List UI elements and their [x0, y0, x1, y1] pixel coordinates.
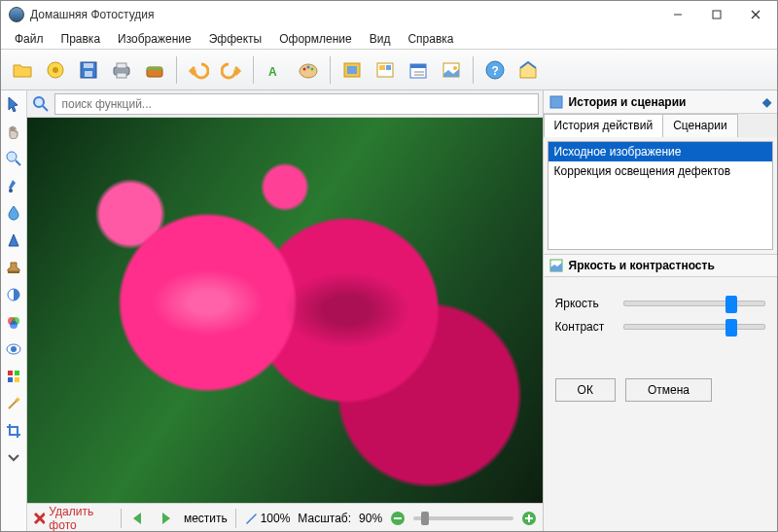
swatches-tool-icon[interactable]: [4, 367, 23, 386]
crop-tool-icon[interactable]: [4, 421, 23, 441]
history-item[interactable]: Коррекция освещения дефектов: [548, 161, 772, 181]
svg-point-29: [453, 66, 457, 70]
effects-page-icon[interactable]: [370, 55, 401, 85]
text-icon[interactable]: A: [260, 55, 291, 85]
svg-rect-10: [117, 63, 126, 68]
search-icon: [31, 94, 51, 114]
window-title: Домашняя Фотостудия: [30, 8, 658, 21]
gallery-icon[interactable]: [40, 55, 71, 85]
ok-button[interactable]: ОК: [555, 378, 616, 402]
ruler-icon: [244, 512, 258, 525]
delete-icon: [33, 512, 45, 525]
menu-effects[interactable]: Эффекты: [201, 30, 270, 48]
svg-rect-11: [117, 73, 126, 78]
menu-image[interactable]: Изображение: [110, 30, 199, 48]
next-arrow-icon[interactable]: [157, 511, 176, 526]
toolbar-separator: [176, 56, 177, 84]
svg-rect-1: [713, 11, 721, 18]
delete-photo-button[interactable]: Удалить фото: [33, 505, 113, 532]
menu-file[interactable]: Файл: [7, 30, 52, 48]
svg-text:A: A: [268, 65, 277, 79]
stamp-tool-icon[interactable]: [4, 258, 23, 277]
search-bar: [27, 90, 542, 118]
frame-icon[interactable]: [336, 55, 368, 85]
calendar-icon[interactable]: [403, 55, 434, 85]
eye-tool-icon[interactable]: [4, 339, 23, 359]
maximize-button[interactable]: [697, 2, 736, 27]
contrast-slider[interactable]: [623, 324, 765, 330]
svg-rect-45: [15, 377, 19, 382]
search-input[interactable]: [54, 93, 538, 115]
menu-view[interactable]: Вид: [362, 30, 399, 48]
left-toolbox: [1, 90, 27, 532]
brightness-panel-header: Яркость и контрастность: [544, 254, 777, 277]
close-button[interactable]: [736, 2, 775, 27]
undo-icon[interactable]: [183, 55, 214, 85]
svg-line-48: [43, 106, 48, 111]
help-icon[interactable]: ?: [479, 55, 511, 85]
history-panel-header: История и сценарии ◆: [544, 90, 777, 114]
collapse-icon[interactable]: ◆: [762, 95, 771, 109]
contrast-tool-icon[interactable]: [4, 285, 23, 304]
hand-tool-icon[interactable]: [4, 122, 23, 141]
svg-rect-13: [147, 67, 162, 70]
menu-help[interactable]: Справка: [400, 30, 461, 48]
minimize-button[interactable]: [658, 2, 697, 27]
svg-rect-35: [8, 271, 19, 273]
scale-label: Масштаб:: [298, 512, 351, 525]
svg-rect-56: [550, 96, 562, 108]
svg-line-33: [16, 160, 20, 165]
save-icon[interactable]: [73, 55, 104, 85]
zoom-slider[interactable]: [413, 516, 513, 520]
pointer-tool-icon[interactable]: [4, 94, 23, 114]
history-item[interactable]: Исходное изображение: [548, 142, 772, 161]
home-icon[interactable]: [513, 55, 544, 85]
brightness-label: Яркость: [555, 297, 614, 310]
svg-rect-25: [410, 64, 426, 68]
main-toolbar: A ?: [1, 50, 777, 90]
brush-tool-icon[interactable]: [4, 176, 23, 195]
svg-rect-20: [347, 66, 357, 74]
right-sidebar: История и сценарии ◆ История действий Сц…: [543, 90, 777, 532]
history-tabs: История действий Сценарии: [544, 114, 777, 137]
history-list[interactable]: Исходное изображение Коррекция освещения…: [548, 141, 773, 250]
toolbox-icon[interactable]: [139, 55, 170, 85]
print-icon[interactable]: [106, 55, 137, 85]
scale-value: 90%: [359, 512, 382, 525]
toolbar-separator: [473, 56, 474, 84]
toolbar-separator: [253, 56, 254, 84]
card-icon[interactable]: [436, 55, 467, 85]
prev-arrow-icon[interactable]: [129, 511, 149, 526]
rgb-tool-icon[interactable]: [4, 312, 23, 332]
app-icon: [9, 7, 24, 22]
svg-point-47: [34, 97, 44, 107]
drop-tool-icon[interactable]: [4, 203, 23, 223]
title-bar: Домашняя Фотостудия: [1, 1, 777, 28]
svg-point-16: [303, 67, 306, 70]
zoom-in-icon[interactable]: [521, 511, 537, 526]
redo-icon[interactable]: [216, 55, 247, 85]
brightness-slider[interactable]: [623, 301, 765, 306]
svg-rect-44: [8, 377, 13, 382]
palette-icon[interactable]: [293, 55, 324, 85]
svg-point-5: [53, 67, 58, 73]
shape-tool-icon[interactable]: [4, 231, 23, 250]
zoom-tool-icon[interactable]: [4, 149, 23, 168]
menu-design[interactable]: Оформление: [271, 30, 359, 48]
open-folder-icon[interactable]: [7, 55, 38, 85]
cancel-button[interactable]: Отмена: [625, 378, 712, 402]
contrast-label: Контраст: [555, 320, 614, 334]
menu-edit[interactable]: Правка: [53, 30, 109, 48]
svg-rect-7: [84, 63, 93, 68]
wand-tool-icon[interactable]: [4, 394, 23, 413]
svg-rect-8: [85, 71, 92, 77]
panel-icon: [549, 95, 563, 109]
tab-scenarios[interactable]: Сценарии: [662, 114, 737, 137]
image-canvas[interactable]: [27, 118, 542, 503]
move-label: местить: [184, 512, 228, 525]
fit-zoom-button[interactable]: 100%: [244, 512, 291, 525]
chevron-down-icon[interactable]: [4, 448, 23, 468]
svg-point-39: [10, 321, 18, 329]
zoom-out-icon[interactable]: [390, 511, 406, 526]
tab-history[interactable]: История действий: [544, 114, 664, 137]
